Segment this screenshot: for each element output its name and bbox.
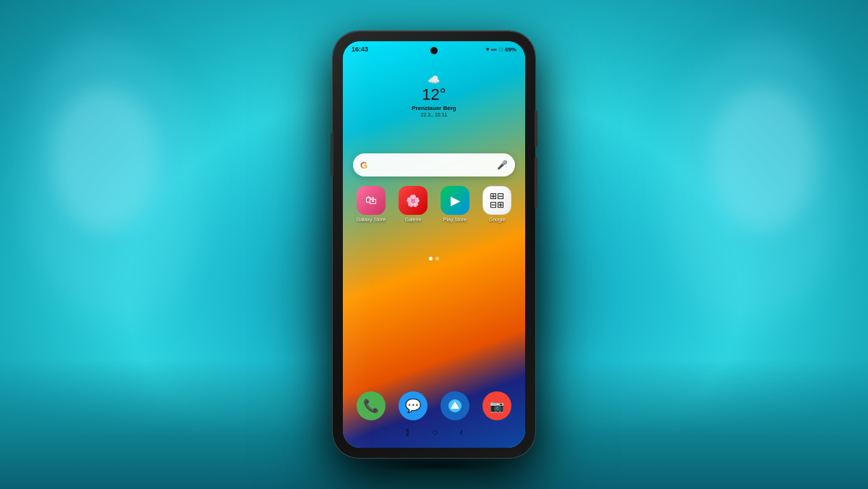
phone-power-button (535, 111, 537, 147)
app-dock: 📞 💬 (353, 391, 515, 420)
dock-phone[interactable]: 📞 (353, 391, 389, 420)
weather-location: Prenzlauer Berg (412, 105, 456, 111)
phone-screen[interactable]: 16:43 ▾ ▪▪▪ □ 69% ☁️ 12° Prenzlauer Berg… (343, 41, 525, 448)
play-store-icon: ▶ (441, 186, 469, 215)
phone: 16:43 ▾ ▪▪▪ □ 69% ☁️ 12° Prenzlauer Berg… (333, 31, 535, 458)
galerie-label: Galerie (405, 217, 422, 223)
play-store-label: Play Store (443, 217, 467, 223)
microphone-icon: 🎤 (497, 160, 508, 170)
signal-icon: ▪▪▪ (491, 46, 498, 53)
bg-decoration-left-inner (51, 87, 159, 231)
app-grid: 🛍 Galaxy Store 🌸 Galerie ▶ Play Store (353, 186, 515, 223)
app-play-store[interactable]: ▶ Play Store (437, 186, 473, 223)
google-g-icon: G (360, 160, 367, 171)
wifi-icon: ▾ (486, 46, 489, 53)
google-label: Google (489, 217, 506, 223)
teams-app-icon (441, 391, 469, 420)
dock-teams[interactable] (437, 391, 473, 420)
phone-left-button (331, 132, 333, 176)
weather-widget: ☁️ 12° Prenzlauer Berg 22.3., 15:11 (412, 74, 456, 117)
galaxy-store-label: Galaxy Store (357, 217, 386, 223)
phone-shadow (362, 458, 506, 472)
phone-app-icon: 📞 (357, 391, 386, 420)
navigation-bar: ⫿ ○ ‹ (343, 422, 525, 442)
google-search-bar[interactable]: G 🎤 (353, 153, 515, 177)
weather-date: 22.3., 15:11 (412, 112, 456, 117)
bg-decoration-right-inner (709, 87, 817, 231)
page-indicator (429, 257, 439, 260)
nav-home-button[interactable]: ○ (432, 426, 438, 438)
status-time: 16:43 (352, 46, 368, 53)
battery-icon: □ (499, 46, 503, 53)
google-icon: ⊞⊟⊟⊞ (482, 186, 511, 215)
app-galerie[interactable]: 🌸 Galerie (395, 186, 431, 223)
galaxy-store-icon: 🛍 (357, 186, 386, 215)
dock-camera[interactable]: 📷 (479, 391, 515, 420)
camera-app-icon: 📷 (482, 391, 511, 420)
weather-temperature: 12° (412, 85, 456, 104)
status-bar: 16:43 ▾ ▪▪▪ □ 69% (343, 41, 525, 57)
galerie-icon: 🌸 (399, 186, 427, 215)
app-galaxy-store[interactable]: 🛍 Galaxy Store (353, 186, 389, 223)
status-icons: ▾ ▪▪▪ □ 69% (486, 46, 516, 53)
app-google[interactable]: ⊞⊟⊟⊞ Google (479, 186, 515, 223)
phone-body: 16:43 ▾ ▪▪▪ □ 69% ☁️ 12° Prenzlauer Berg… (333, 31, 535, 458)
page-dot-1 (429, 257, 433, 260)
dock-messages[interactable]: 💬 (395, 391, 431, 420)
battery-percent: 69% (505, 46, 516, 53)
phone-volume-button (535, 158, 537, 208)
nav-recents-button[interactable]: ⫿ (405, 426, 410, 438)
nav-back-button[interactable]: ‹ (459, 426, 463, 438)
page-dot-2 (435, 257, 439, 260)
weather-icon: ☁️ (412, 74, 456, 85)
messages-app-icon: 💬 (399, 391, 427, 420)
